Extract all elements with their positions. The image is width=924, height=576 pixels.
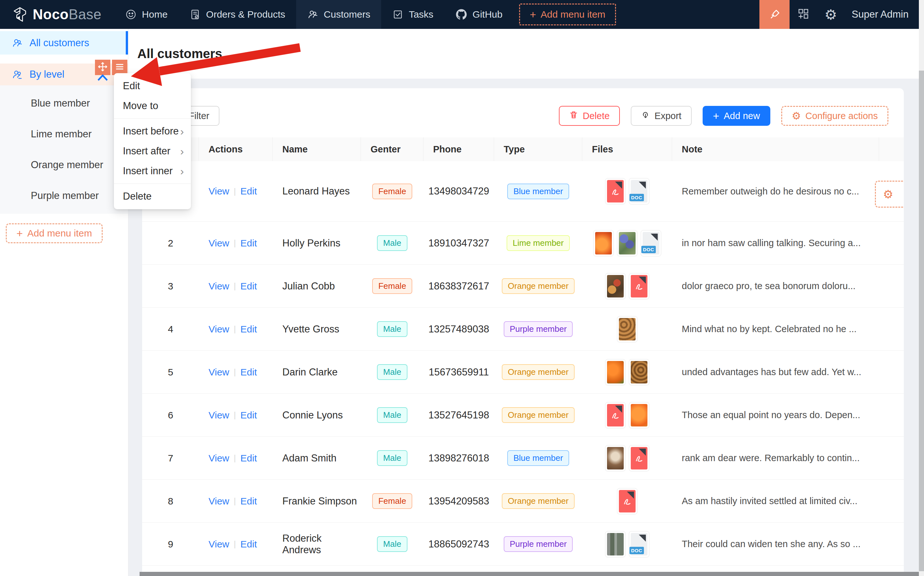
edit-link[interactable]: Edit (240, 496, 257, 507)
header-phone[interactable]: Phone (424, 138, 494, 161)
gender-tag: Male (377, 235, 407, 251)
files-cell: DOC (582, 531, 672, 557)
view-link[interactable]: View (209, 186, 229, 197)
edit-link[interactable]: Edit (240, 186, 257, 197)
note-text: unded advantages has but few add. Yet w.… (682, 367, 862, 378)
menu-divider (114, 118, 191, 119)
member-type-tag: Blue member (507, 184, 569, 199)
header-name[interactable]: Name (273, 138, 361, 161)
acrobat-glyph (611, 411, 620, 421)
nav-item-tasks[interactable]: Tasks (381, 0, 444, 29)
note-text: in nor ham saw calling talking. Securing… (682, 238, 861, 248)
pdf-file-icon[interactable] (605, 402, 626, 429)
header-note[interactable]: Note (672, 138, 879, 161)
view-link[interactable]: View (209, 281, 229, 292)
row-number: 9 (168, 539, 173, 550)
nav-add-menu-item-button[interactable]: + Add menu item (519, 3, 616, 26)
link-separator: | (233, 453, 236, 463)
image-attachment-thumbnail[interactable] (629, 402, 649, 429)
image-attachment-thumbnail[interactable] (605, 445, 626, 471)
context-menu-item-insert-before[interactable]: Insert before› (114, 121, 191, 141)
customers-icon (307, 9, 318, 20)
image-attachment-thumbnail[interactable] (617, 230, 638, 256)
context-menu-item-insert-after[interactable]: Insert after› (114, 141, 191, 161)
context-menu-item-edit[interactable]: Edit (114, 76, 191, 96)
table-row: 5View|EditDarin ClarkeMale15673659911Ora… (142, 351, 904, 394)
schema-menu-button[interactable] (112, 60, 127, 75)
view-link[interactable]: View (209, 238, 229, 249)
pdf-file-icon[interactable] (617, 488, 638, 514)
pdf-file-icon[interactable] (629, 273, 649, 299)
add-new-button[interactable]: + Add new (703, 106, 771, 126)
context-menu-item-move-to[interactable]: Move to (114, 96, 191, 116)
edit-link[interactable]: Edit (240, 539, 257, 550)
edit-link[interactable]: Edit (240, 281, 257, 292)
delete-button[interactable]: Delete (559, 106, 620, 126)
edit-link[interactable]: Edit (240, 238, 257, 249)
image-attachment-thumbnail[interactable] (617, 316, 638, 342)
user-menu[interactable]: Super Admin (845, 9, 924, 20)
view-link[interactable]: View (209, 324, 229, 335)
plugin-manager-button[interactable] (790, 0, 817, 29)
vertical-scrollbar-thumb[interactable] (919, 70, 924, 571)
link-separator: | (233, 410, 236, 420)
image-attachment-thumbnail[interactable] (605, 531, 626, 557)
header-genter[interactable]: Genter (361, 138, 424, 161)
customer-name: Holly Perkins (282, 237, 341, 249)
sidebar-item-all-customers[interactable]: All customers (0, 31, 128, 54)
vertical-scrollbar-track[interactable] (919, 0, 924, 576)
header-extra[interactable] (879, 138, 904, 161)
sidebar-subitem-lime-member[interactable]: Lime member (0, 119, 128, 150)
drag-move-button[interactable] (95, 60, 110, 75)
row-number: 8 (168, 496, 173, 507)
note-text: dolor graeco pro, te sea bonorum doloru.… (682, 281, 856, 291)
settings-button[interactable]: ⚙ (817, 0, 845, 29)
image-attachment-thumbnail[interactable] (593, 230, 614, 256)
doc-file-icon[interactable]: DOC (629, 531, 649, 557)
header-files[interactable]: Files (582, 138, 672, 161)
note-text: rank am dear were. Remarkably to contin.… (682, 453, 860, 463)
sidebar-subitem-orange-member[interactable]: Orange member (0, 150, 128, 180)
view-link[interactable]: View (209, 367, 229, 378)
configure-actions-button[interactable]: ⚙ Configure actions (781, 106, 888, 126)
nav-item-home[interactable]: Home (114, 0, 178, 29)
nav-item-github[interactable]: GitHub (444, 0, 513, 29)
nav-item-label: Customers (324, 9, 370, 20)
sidebar-add-menu-item-button[interactable]: + Add menu item (6, 223, 103, 243)
table-row: 1View|EditLeonard HayesFemale13498034729… (142, 161, 904, 222)
header-actions[interactable]: Actions (199, 138, 273, 161)
gender-tag: Female (372, 278, 412, 294)
header-type[interactable]: Type (494, 138, 582, 161)
view-link[interactable]: View (209, 453, 229, 464)
phone-number: 15673659911 (428, 366, 489, 378)
image-attachment-thumbnail[interactable] (629, 359, 649, 386)
ui-editor-toggle-button[interactable] (759, 0, 790, 29)
edit-link[interactable]: Edit (240, 324, 257, 335)
table-row: 9View|EditRoderick AndrewsMale1886509274… (142, 523, 904, 566)
horizontal-scrollbar-thumb[interactable] (139, 572, 919, 576)
brand-logo[interactable]: NocoBase (0, 0, 114, 29)
export-button[interactable]: Export (631, 106, 692, 126)
sidebar-subitem-blue-member[interactable]: Blue member (0, 88, 128, 119)
pdf-file-icon[interactable] (605, 178, 626, 205)
image-attachment-thumbnail[interactable] (605, 273, 626, 299)
configure-fields-button[interactable]: ⚙ (875, 181, 904, 208)
view-link[interactable]: View (209, 496, 229, 507)
top-nav: NocoBase Home Orders & Products Customer… (0, 0, 924, 29)
hamburger-menu-icon (115, 62, 125, 73)
pdf-file-icon[interactable] (629, 445, 649, 471)
image-attachment-thumbnail[interactable] (605, 359, 626, 386)
edit-link[interactable]: Edit (240, 453, 257, 464)
edit-link[interactable]: Edit (240, 410, 257, 421)
doc-file-icon[interactable]: DOC (629, 178, 649, 205)
nav-item-customers[interactable]: Customers (296, 0, 381, 29)
sidebar-subitem-purple-member[interactable]: Purple member (0, 180, 128, 211)
gender-tag: Male (377, 364, 407, 380)
view-link[interactable]: View (209, 410, 229, 421)
context-menu-item-delete[interactable]: Delete (114, 186, 191, 206)
context-menu-item-insert-inner[interactable]: Insert inner› (114, 161, 191, 181)
nav-item-orders-products[interactable]: Orders & Products (178, 0, 296, 29)
doc-file-icon[interactable]: DOC (641, 230, 661, 256)
view-link[interactable]: View (209, 539, 229, 550)
edit-link[interactable]: Edit (240, 367, 257, 378)
